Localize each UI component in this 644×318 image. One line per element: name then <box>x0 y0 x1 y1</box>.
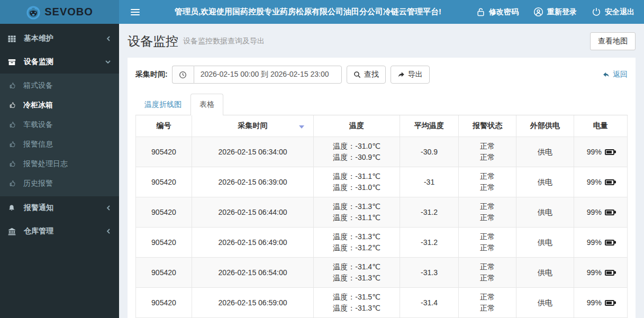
temperature-cell: 温度：-31.4℃温度：-31.3℃ <box>314 258 400 288</box>
col-header-collect-time[interactable]: 采集时间 <box>192 115 313 137</box>
tab-table[interactable]: 表格 <box>191 94 223 115</box>
temperature-cell: 温度：-31.3℃温度：-31.1℃ <box>314 197 400 228</box>
thumb-up-icon <box>10 102 20 108</box>
filter-toolbar: 采集时间: <box>135 66 628 84</box>
temperature-cell: 温度：-31.3℃温度：-31.2℃ <box>314 228 400 258</box>
thumb-up-icon <box>10 141 20 148</box>
export-icon <box>397 71 405 78</box>
sidebar-subitem-freezer-fridge[interactable]: 冷柜冰箱 <box>0 95 119 115</box>
sidebar-item-label: 仓库管理 <box>24 226 106 236</box>
content-panel: 采集时间: <box>128 58 636 318</box>
hamburger-menu-button[interactable] <box>125 6 145 19</box>
battery-icon <box>605 149 614 155</box>
grid-icon <box>8 35 20 43</box>
chevron-down-icon <box>105 59 111 65</box>
content-header: 设备监控 设备监控数据查询及导出 查看地图 <box>119 24 644 58</box>
submenu-item-label: 冷柜冰箱 <box>23 101 53 110</box>
external-power-cell: 供电 <box>516 167 574 197</box>
avg-temperature-cell: -31.2 <box>400 197 458 228</box>
search-button-label: 查找 <box>364 70 379 79</box>
change-password-button[interactable]: 修改密码 <box>476 7 519 17</box>
collect-time-cell: 2026-02-15 06:54:00 <box>192 258 313 288</box>
welcome-message: 管理员,欢迎使用国药控股专业药房松原有限公司油田分公司冷链云管理平台! <box>145 7 471 17</box>
view-map-button[interactable]: 查看地图 <box>590 32 636 50</box>
battery-cell: 99% <box>574 137 627 167</box>
avg-temperature-cell: -31 <box>400 167 458 197</box>
monitoring-table: 编号 采集时间 温度 平均温度 报警状态 外部供电 电量 <box>135 115 628 318</box>
battery-cell: 99% <box>574 228 627 258</box>
tab-temperature-line-chart[interactable]: 温度折线图 <box>135 94 191 115</box>
device-id-cell: 905420 <box>136 167 192 197</box>
logout-label: 安全退出 <box>605 7 634 17</box>
avg-temperature-cell: -31.3 <box>400 258 458 288</box>
search-button[interactable]: 查找 <box>347 66 386 84</box>
table-row: 905420 2026-02-15 06:49:00 温度：-31.3℃温度：-… <box>136 228 628 258</box>
clock-icon <box>172 66 194 84</box>
back-link[interactable]: 返回 <box>602 70 628 79</box>
logout-button[interactable]: 安全退出 <box>592 7 634 17</box>
export-button-label: 导出 <box>408 70 423 79</box>
sidebar-subitem-vehicle-devices[interactable]: 车载设备 <box>0 115 119 134</box>
table-row: 905420 2026-02-15 06:54:00 温度：-31.4℃温度：-… <box>136 258 628 288</box>
external-power-cell: 供电 <box>516 197 574 228</box>
collect-time-cell: 2026-02-15 06:34:00 <box>192 137 313 167</box>
sidebar-item-device-monitoring[interactable]: 设备监测 <box>0 50 119 74</box>
chevron-left-icon <box>106 228 111 234</box>
temperature-cell: 温度：-31.5℃温度：-31.3℃ <box>314 288 400 318</box>
sidebar-subitem-alarm-log[interactable]: 报警处理日志 <box>0 154 119 174</box>
export-button[interactable]: 导出 <box>391 66 430 84</box>
power-icon <box>592 7 601 17</box>
page-title: 设备监控 <box>128 33 178 50</box>
alarm-status-cell: 正常正常 <box>459 197 516 228</box>
col-header-avg-temperature: 平均温度 <box>400 115 458 137</box>
table-row: 905420 2026-02-15 06:34:00 温度：-31.0℃温度：-… <box>136 137 628 167</box>
temperature-cell: 温度：-31.0℃温度：-30.9℃ <box>314 137 400 167</box>
alarm-status-cell: 正常正常 <box>459 228 516 258</box>
sidebar-subitem-alarm-info[interactable]: 报警信息 <box>0 134 119 154</box>
relogin-button[interactable]: 重新登录 <box>533 7 577 17</box>
thumb-up-icon <box>10 180 20 187</box>
collect-time-label: 采集时间: <box>135 70 168 79</box>
temperature-cell: 温度：-31.1℃温度：-31.0℃ <box>314 167 400 197</box>
bank-icon <box>8 228 20 235</box>
sidebar-item-basic-maintenance[interactable]: 基本维护 <box>0 27 119 50</box>
chevron-left-icon <box>106 205 111 211</box>
device-monitoring-submenu: 箱式设备 冷柜冰箱 车载设备 报警信息 报警处理日志 <box>0 74 119 196</box>
brand-logo[interactable]: SEVOBO <box>0 0 119 24</box>
topbar-actions: 修改密码 重新登录 <box>476 7 634 17</box>
alarm-status-cell: 正常正常 <box>459 288 516 318</box>
external-power-cell: 供电 <box>516 258 574 288</box>
sidebar-item-warehouse-management[interactable]: 仓库管理 <box>0 220 119 243</box>
sidebar-subitem-box-devices[interactable]: 箱式设备 <box>0 76 119 95</box>
submenu-item-label: 报警信息 <box>23 140 53 149</box>
sidebar-item-alarm-notification[interactable]: 报警通知 <box>0 196 119 220</box>
lock-icon <box>476 7 485 17</box>
col-header-label: 采集时间 <box>238 121 268 130</box>
device-id-cell: 905420 <box>136 228 192 258</box>
sidebar-item-label: 设备监测 <box>24 57 105 67</box>
sort-desc-icon <box>299 125 304 129</box>
date-range-input[interactable] <box>194 66 342 84</box>
battery-icon <box>605 270 614 276</box>
table-row: 905420 2026-02-15 06:59:00 温度：-31.5℃温度：-… <box>136 288 628 318</box>
brand-name: SEVOBO <box>44 6 93 18</box>
collect-time-cell: 2026-02-15 06:39:00 <box>192 167 313 197</box>
submenu-item-label: 历史报警 <box>23 179 53 188</box>
table-body: 905420 2026-02-15 06:34:00 温度：-31.0℃温度：-… <box>136 137 628 318</box>
chevron-left-icon <box>106 35 111 42</box>
battery-cell: 99% <box>574 167 627 197</box>
alarm-status-cell: 正常正常 <box>459 258 516 288</box>
search-icon <box>353 71 361 78</box>
col-header-temperature: 温度 <box>314 115 400 137</box>
back-icon <box>602 71 610 78</box>
col-header-alarm-status: 报警状态 <box>459 115 516 137</box>
collect-time-cell: 2026-02-15 06:49:00 <box>192 228 313 258</box>
user-icon <box>533 7 543 17</box>
sidebar-subitem-history-alarm[interactable]: 历史报警 <box>0 174 119 193</box>
alarm-status-cell: 正常正常 <box>459 167 516 197</box>
device-id-cell: 905420 <box>136 258 192 288</box>
submenu-item-label: 车载设备 <box>23 120 53 130</box>
collect-time-cell: 2026-02-15 06:44:00 <box>192 197 313 228</box>
content-area: 设备监控 设备监控数据查询及导出 查看地图 采集时间: <box>119 24 644 318</box>
battery-cell: 99% <box>574 258 627 288</box>
